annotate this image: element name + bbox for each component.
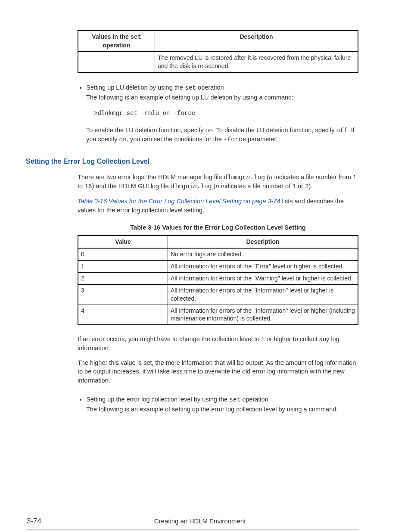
table-cell: All information for errors of the "Warni…	[168, 272, 358, 284]
bullet-lead: Setting up LU deletion by using the set …	[86, 84, 224, 91]
page-number: 3-74	[27, 516, 41, 526]
table-cell: 3	[78, 284, 168, 305]
table-row: The removed LU is restored after it is r…	[78, 52, 358, 72]
paragraph: Table 3-16 Values for the Error Log Coll…	[78, 197, 358, 215]
table-cell: No error logs are collected.	[168, 248, 358, 260]
code-block: >dlnkmgr set -rmlu on -force	[94, 109, 358, 118]
list-item: Setting up the error log collection leve…	[86, 395, 358, 414]
table-header-description: Description	[168, 236, 358, 248]
table-set-operation-values: Values in the set operation Description …	[78, 30, 358, 73]
table-cell: All information for errors of the "Infor…	[168, 305, 358, 325]
list-item: Setting up LU deletion by using the set …	[86, 83, 358, 144]
table-header-description: Description	[155, 31, 358, 52]
bullet-lead: Setting up the error log collection leve…	[86, 396, 268, 403]
table-error-log-levels: Value Description 0 No error logs are co…	[78, 235, 358, 325]
table-cell: All information for errors of the "Error…	[168, 261, 358, 273]
page-footer: 3-74 Creating an HDLM Environment Hitach…	[0, 516, 411, 532]
table-row: 1 All information for errors of the "Err…	[78, 261, 358, 273]
paragraph: If an error occurs, you might have to ch…	[78, 335, 358, 352]
table-cell: All information for errors of the "Infor…	[168, 284, 358, 305]
table-cell: 2	[78, 272, 168, 284]
table-cell: The removed LU is restored after it is r…	[155, 52, 358, 72]
cross-reference-link[interactable]: Table 3-16 Values for the Error Log Coll…	[78, 198, 280, 205]
table-row: 2 All information for errors of the "War…	[78, 272, 358, 284]
bullet-body: The following is an example of setting u…	[86, 93, 358, 102]
paragraph: The higher this value is set, the more i…	[78, 358, 358, 385]
paragraph: There are two error logs: the HDLM manag…	[78, 173, 358, 191]
bullet-para: To enable the LU deletion function, spec…	[86, 126, 358, 144]
chapter-title: Creating an HDLM Environment	[41, 516, 358, 526]
table-cell	[78, 52, 155, 72]
table-header-values: Values in the set operation	[78, 31, 155, 52]
table-row: 0 No error logs are collected.	[78, 248, 358, 260]
table-cell: 0	[78, 248, 168, 260]
table-row: 4 All information for errors of the "Inf…	[78, 305, 358, 325]
section-heading: Setting the Error Log Collection Level	[26, 157, 358, 166]
table-header-value: Value	[78, 236, 168, 248]
table-caption: Table 3-16 Values for the Error Log Coll…	[78, 223, 358, 232]
table-cell: 1	[78, 261, 168, 273]
bullet-body: The following is an example of setting u…	[86, 405, 358, 414]
table-row: 3 All information for errors of the "Inf…	[78, 284, 358, 305]
table-cell: 4	[78, 305, 168, 325]
